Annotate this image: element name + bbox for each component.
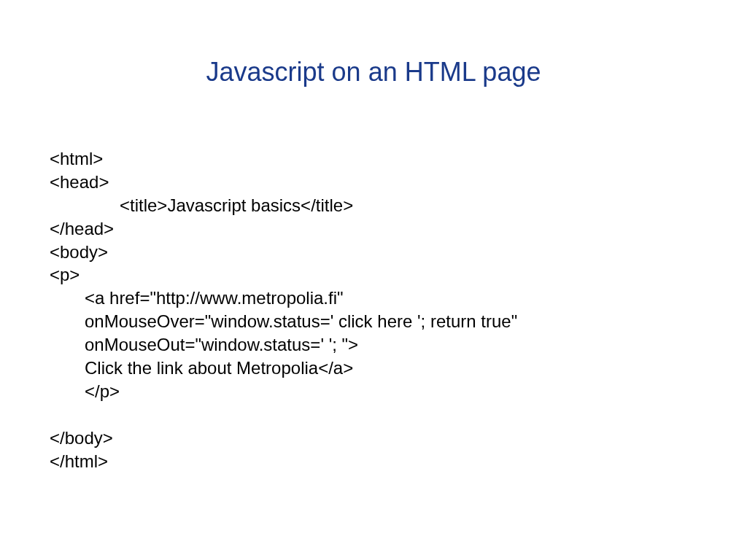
code-line: </body>	[50, 428, 113, 448]
code-line: <html>	[50, 149, 103, 168]
code-line: onMouseOver="window.status=' click here …	[50, 311, 517, 331]
code-line: <p>	[50, 265, 80, 284]
code-example: <html> <head> <title>Javascript basics</…	[50, 124, 697, 473]
code-line: </head>	[50, 219, 114, 238]
code-line: <title>Javascript basics</title>	[50, 195, 353, 215]
code-line: </html>	[50, 451, 108, 471]
code-line: <head>	[50, 172, 109, 192]
code-line: onMouseOut="window.status=' '; ">	[50, 335, 358, 354]
code-line: <body>	[50, 242, 108, 262]
code-line: <a href="http://www.metropolia.fi"	[50, 288, 344, 308]
slide-container: Javascript on an HTML page <html> <head>…	[0, 57, 747, 560]
code-line: Click the link about Metropolia</a>	[50, 358, 353, 378]
slide-title: Javascript on an HTML page	[0, 57, 747, 88]
code-line: </p>	[50, 381, 120, 401]
